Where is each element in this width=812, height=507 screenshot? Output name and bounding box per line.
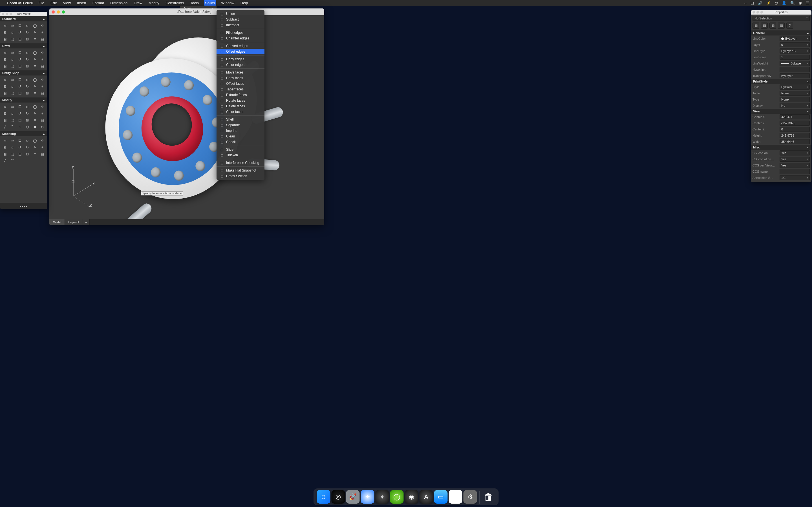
gradient-icon[interactable]: ⬚ xyxy=(9,63,15,69)
edit-hatch-icon[interactable]: ⬡ xyxy=(24,124,31,130)
fillet-icon[interactable]: ⬚ xyxy=(9,117,15,123)
line-icon[interactable]: ▱ xyxy=(2,50,8,55)
orbit-icon[interactable]: ⊡ xyxy=(24,36,31,42)
table-icon[interactable]: ≡ xyxy=(32,63,38,69)
circle-icon[interactable]: ⊞ xyxy=(2,57,8,62)
block-icon[interactable]: ▤ xyxy=(39,63,45,69)
tool-matrix-collapse[interactable]: ◂◂◂◂ xyxy=(0,203,47,209)
se-item-offset-edges[interactable]: ▢Offset edges xyxy=(216,49,264,54)
tm-section-modeling[interactable]: Modeling▲ xyxy=(0,131,47,136)
clipboard-icon[interactable]: ↻ xyxy=(24,30,31,35)
polysolid-icon[interactable]: ⌖ xyxy=(39,145,45,150)
polygon-icon[interactable]: ☐ xyxy=(17,50,23,55)
copy-icon[interactable]: ⌂ xyxy=(9,30,15,35)
quadrant-icon[interactable]: ◯ xyxy=(32,77,38,82)
menu-format[interactable]: Format xyxy=(91,0,105,6)
se-item-make-flat-snapshot[interactable]: ▢Make Flat Snapshot xyxy=(216,168,264,173)
cylinder-icon[interactable]: ☐ xyxy=(17,138,23,144)
sheet-icon[interactable]: ✧ xyxy=(39,23,45,29)
parallel-icon[interactable]: ▦ xyxy=(2,91,8,96)
extrude-icon[interactable]: ⌂ xyxy=(9,145,15,150)
save-icon[interactable]: ☐ xyxy=(17,23,23,29)
se-item-extrude-faces[interactable]: ▢Extrude faces xyxy=(216,92,264,98)
wedge-icon[interactable]: ⊞ xyxy=(2,145,8,150)
menu-tools[interactable]: Tools xyxy=(189,0,200,6)
copy2-icon[interactable]: ▭ xyxy=(9,104,15,110)
se-item-color-edges[interactable]: ▢Color edges xyxy=(216,62,264,68)
se-item-cross-section[interactable]: ▢Cross Section xyxy=(216,173,264,179)
break-icon[interactable]: ⌖ xyxy=(39,111,45,116)
polyline-icon[interactable]: ▭ xyxy=(9,50,15,55)
xline-icon[interactable]: ↻ xyxy=(24,57,31,62)
rotate-icon[interactable]: ⊞ xyxy=(2,111,8,116)
lengthen-icon[interactable]: ╱ xyxy=(2,124,8,130)
extension-icon[interactable]: ⊞ xyxy=(2,83,8,89)
menu-solids[interactable]: Solids xyxy=(204,0,216,6)
perpendicular-icon[interactable]: ↺ xyxy=(17,83,23,89)
open-icon[interactable]: ▭ xyxy=(9,23,15,29)
delete-icon[interactable]: ▱ xyxy=(2,104,8,110)
menu-constraints[interactable]: Constraints xyxy=(164,0,185,6)
region-icon[interactable]: ⊡ xyxy=(24,63,31,69)
match-icon[interactable]: ⊙ xyxy=(39,124,45,130)
snap-off-icon[interactable]: ▤ xyxy=(39,91,45,96)
cone-icon[interactable]: ▭ xyxy=(9,138,15,144)
rectangle-icon[interactable]: ◇ xyxy=(24,50,31,55)
doc-tab-add[interactable]: + xyxy=(83,219,89,225)
model-canvas[interactable]: Y X Z Specify face on solid or surface xyxy=(49,15,324,219)
new-icon[interactable]: ▱ xyxy=(2,23,8,29)
se-item-taper-faces[interactable]: ▢Taper faces xyxy=(216,87,264,92)
se-item-intersect[interactable]: ▢Intersect xyxy=(216,22,264,28)
zoom-window-icon[interactable]: ⬚ xyxy=(9,36,15,42)
se-item-thicken[interactable]: ▢Thicken xyxy=(216,152,264,158)
tangent-icon[interactable]: ↻ xyxy=(24,83,31,89)
menu-draw[interactable]: Draw xyxy=(133,0,143,6)
se-item-imprint[interactable]: ▢Imprint xyxy=(216,128,264,133)
link-icon[interactable]: ◯ xyxy=(32,23,38,29)
se-item-move-faces[interactable]: ▢Move faces xyxy=(216,69,264,75)
intersection-icon[interactable]: ✧ xyxy=(39,77,45,82)
midpoint-icon[interactable]: ▭ xyxy=(9,77,15,82)
tm-section-standard[interactable]: Standard▲ xyxy=(0,16,47,21)
doc-tab-layout1[interactable]: Layout1 xyxy=(65,219,83,225)
box-icon[interactable]: ▱ xyxy=(2,138,8,144)
se-item-convert-edges[interactable]: ▢Convert edges xyxy=(216,43,264,49)
mirror-icon[interactable]: ☐ xyxy=(17,104,23,110)
se-item-clean[interactable]: ▢Clean xyxy=(216,133,264,139)
slice-icon[interactable]: ⬚ xyxy=(9,151,15,157)
menu-window[interactable]: Window xyxy=(220,0,236,6)
tool-matrix-titlebar[interactable]: Tool Matrix xyxy=(0,12,47,16)
center-icon[interactable]: ☐ xyxy=(17,77,23,82)
se-item-shell[interactable]: ▢Shell xyxy=(216,117,264,122)
point-icon[interactable]: ⌖ xyxy=(39,57,45,62)
menu-help[interactable]: Help xyxy=(239,0,249,6)
ellipse-icon[interactable]: ⌂ xyxy=(9,57,15,62)
text-edit-icon[interactable]: ⬢ xyxy=(32,124,38,130)
undo-icon[interactable]: ✎ xyxy=(32,30,38,35)
hatch-icon[interactable]: ▦ xyxy=(2,63,8,69)
boundary-icon[interactable]: ◫ xyxy=(17,63,23,69)
window-close-icon[interactable] xyxy=(52,10,55,13)
track-icon[interactable]: ⊡ xyxy=(24,91,31,96)
planar-icon[interactable]: ╱ xyxy=(2,158,8,164)
se-item-fillet-edges[interactable]: ▢Fillet edges xyxy=(216,30,264,36)
arc-center-icon[interactable]: ✧ xyxy=(39,50,45,55)
loft-icon[interactable]: ✎ xyxy=(32,145,38,150)
move-icon[interactable]: ⊞ xyxy=(2,30,8,35)
mesh-icon[interactable]: ⌒ xyxy=(9,158,15,164)
menu-dimension[interactable]: Dimension xyxy=(109,0,129,6)
convert-icon[interactable]: ▤ xyxy=(39,151,45,157)
pan-icon[interactable]: ▦ xyxy=(2,36,8,42)
presspull-icon[interactable]: ▦ xyxy=(2,151,8,157)
regen-icon[interactable]: ≡ xyxy=(32,36,38,42)
se-item-delete-faces[interactable]: ▢Delete faces xyxy=(216,103,264,109)
props-icon[interactable]: ▤ xyxy=(39,36,45,42)
se-item-slice[interactable]: ▢Slice xyxy=(216,147,264,152)
endpoint-icon[interactable]: ▱ xyxy=(2,77,8,82)
explode-icon[interactable]: ◫ xyxy=(17,117,23,123)
se-item-offset-faces[interactable]: ▢Offset faces xyxy=(216,81,264,87)
sphere-icon[interactable]: ◯ xyxy=(32,138,38,144)
revolve-icon[interactable]: ↺ xyxy=(17,145,23,150)
edit-sp-icon[interactable]: ~ xyxy=(17,124,23,130)
insertion-icon[interactable]: ⌂ xyxy=(9,83,15,89)
